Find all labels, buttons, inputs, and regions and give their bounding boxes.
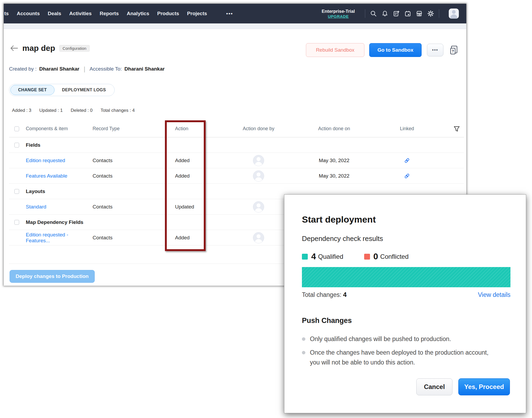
component-link[interactable]: Edition requested - Features... [26,232,68,243]
filter-icon[interactable] [453,125,460,132]
help-docs-icon[interactable]: ? [450,46,457,54]
linked-icon[interactable] [404,157,410,164]
go-to-sandbox-button[interactable]: Go to Sandbox [369,43,422,57]
start-deployment-modal: Start deployment Dependency check result… [284,194,526,413]
col-record-type: Record Type [90,126,136,132]
nav-menu: ts Accounts Deals Activities Reports Ana… [4,11,233,17]
nav-right: Enterprise-Trial UPGRADE [322,9,459,19]
modal-actions: Cancel Yes, Proceed [416,378,510,395]
back-arrow-icon[interactable] [10,44,19,53]
push-changes-notes: Only qualified changes will be pushed to… [302,334,493,371]
record-type-cell: Contacts [90,204,136,210]
row-checkbox[interactable] [14,220,19,225]
top-nav: ts Accounts Deals Activities Reports Ana… [4,4,466,23]
rebuild-sandbox-button[interactable]: Rebuild Sandbox [306,43,364,57]
tab-deployment-logs[interactable]: DEPLOYMENT LOGS [55,85,113,95]
bullet-dot-icon [302,351,305,354]
page-title: map dep [22,44,55,53]
deploy-changes-button[interactable]: Deploy changes to Production [10,270,95,283]
col-action: Action [136,126,199,132]
nav-divider [365,9,365,18]
qualified-label: Qualified [318,253,343,260]
total-changes-value: 4 [343,291,347,298]
tab-change-set[interactable]: CHANGE SET [10,85,55,95]
stat-deleted: Deleted : 0 [71,108,93,113]
table-header-row: Components & item Record Type Action Act… [9,120,464,137]
accessible-to-value: Dharani Shankar [124,66,165,72]
group-label: Fields [24,142,90,148]
stat-updated: Updated : 1 [39,108,63,113]
table-row-group-fields: Fields [9,137,464,153]
change-stats: Added : 3 Updated : 1 Deleted : 0 Total … [12,108,135,113]
total-changes-label: Total changes: 4 [302,291,347,298]
nav-more-icon[interactable]: ••• [226,11,233,17]
dependency-legend: 4 Qualified 0 Conflicted [302,252,409,261]
nav-item-reports[interactable]: Reports [100,11,119,17]
qualified-swatch [302,254,308,260]
row-checkbox[interactable] [14,189,19,194]
action-cell: Added [136,235,199,241]
qualified-count: 4 [311,252,316,261]
cancel-button[interactable]: Cancel [416,378,452,395]
marketplace-icon[interactable] [416,10,423,17]
col-action-done-on: Action done on [318,126,350,132]
action-cell: Updated [136,204,199,210]
col-action-done-by: Action done by [199,126,318,132]
group-label: Layouts [24,188,90,194]
notes-add-icon[interactable] [393,10,400,17]
col-components: Components & item [24,126,90,132]
nav-item-deals[interactable]: Deals [48,11,61,17]
nav-item-projects[interactable]: Projects [187,11,207,17]
nav-item-truncated[interactable]: ts [4,11,9,17]
note-item: Once the changes have been deployed to t… [302,348,493,367]
stat-added: Added : 3 [12,108,31,113]
dependency-check-subtitle: Dependency check results [302,235,383,243]
record-type-cell: Contacts [90,235,136,241]
push-changes-heading: Push Changes [302,317,352,325]
screenshot-root: ts Accounts Deals Activities Reports Ana… [0,0,532,418]
nav-item-products[interactable]: Products [157,11,179,17]
linked-icon[interactable] [404,173,410,179]
component-link[interactable]: Edition requested [26,158,65,163]
qualified-progress-bar [302,267,510,287]
nav-item-analytics[interactable]: Analytics [127,11,149,17]
row-checkbox[interactable] [14,143,19,147]
nav-icons [370,10,434,17]
subnav-strip [4,23,466,29]
component-link[interactable]: Features Available [26,173,67,179]
nav-item-activities[interactable]: Activities [69,11,92,17]
table-row-features-available: Features Available Contacts Added May 30… [9,168,464,184]
actor-avatar [253,232,264,243]
actor-avatar [253,155,264,166]
accessible-to-label: Accessible To: [90,66,122,72]
header-actions: Rebuild Sandbox Go to Sandbox ••• ? [306,43,457,57]
tab-group: CHANGE SET DEPLOYMENT LOGS [9,84,115,96]
settings-icon[interactable] [427,10,434,17]
bell-icon[interactable] [381,10,388,17]
modal-title: Start deployment [302,214,376,225]
nav-item-accounts[interactable]: Accounts [17,11,40,17]
upgrade-link[interactable]: UPGRADE [322,14,355,19]
col-linked: Linked [350,126,464,132]
search-icon[interactable] [370,10,377,17]
user-avatar[interactable] [449,9,459,19]
bullet-dot-icon [302,337,305,341]
component-link[interactable]: Standard [26,204,46,210]
action-date-cell: May 30, 2022 [318,173,350,179]
actor-avatar [253,170,264,182]
group-label: Map Dependency Fields [24,219,90,225]
action-cell: Added [136,158,199,163]
action-cell: Added [136,173,199,179]
plan-name: Enterprise-Trial [322,9,355,14]
stat-total: Total changes : 4 [101,108,135,113]
select-all-checkbox[interactable] [14,126,19,131]
yes-proceed-button[interactable]: Yes, Proceed [458,378,510,395]
record-type-cell: Contacts [90,173,136,179]
table-row-edition-requested: Edition requested Contacts Added May 30,… [9,153,464,168]
created-by-label: Created by : [9,66,37,72]
view-details-link[interactable]: View details [478,291,510,298]
more-options-button[interactable]: ••• [427,44,443,56]
conflicted-label: Conflicted [380,253,409,260]
meta-separator: | [84,65,85,73]
calendar-icon[interactable] [404,10,411,17]
